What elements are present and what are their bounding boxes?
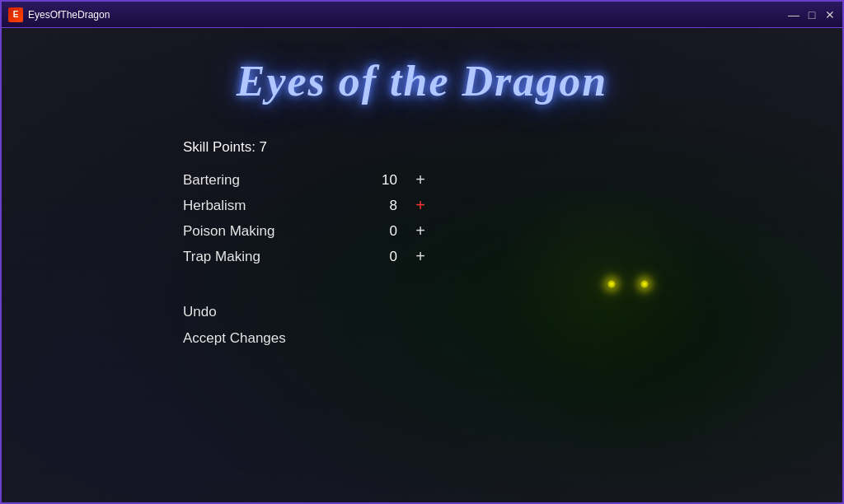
skill-name-herbalism: Herbalism <box>183 198 348 214</box>
skill-row-herbalism: Herbalism 8 + <box>183 196 430 215</box>
dragon-eye-right <box>640 280 649 288</box>
skill-plus-bartering[interactable]: + <box>397 170 430 189</box>
window-title: EyesOfTheDragon <box>28 9 788 21</box>
skill-name-bartering: Bartering <box>183 172 348 189</box>
skill-row-bartering: Bartering 10 + <box>183 170 430 189</box>
skill-name-poison-making: Poison Making <box>183 223 348 240</box>
app-window: E EyesOfTheDragon — □ ✕ Eyes of the Drag… <box>0 0 844 504</box>
actions-panel: Undo Accept Changes <box>183 304 286 357</box>
skill-plus-poison-making[interactable]: + <box>397 222 430 240</box>
skill-name-trap-making: Trap Making <box>183 249 348 265</box>
main-content: Eyes of the Dragon Skill Points: 7 Barte… <box>2 28 842 502</box>
undo-button[interactable]: Undo <box>183 304 286 320</box>
skill-row-poison-making: Poison Making 0 + <box>183 222 430 240</box>
skill-value-bartering: 10 <box>348 172 397 189</box>
skills-panel: Skill Points: 7 Bartering 10 + Herbalism… <box>183 139 430 273</box>
skill-plus-trap-making[interactable]: + <box>397 247 430 266</box>
skill-value-trap-making: 0 <box>348 249 397 265</box>
dragon-background <box>480 189 793 469</box>
app-icon: E <box>8 7 23 22</box>
game-title: Eyes of the Dragon <box>237 57 608 105</box>
dragon-eye-left <box>607 280 616 288</box>
accept-changes-button[interactable]: Accept Changes <box>183 330 286 347</box>
skill-value-herbalism: 8 <box>348 198 397 214</box>
skill-row-trap-making: Trap Making 0 + <box>183 247 430 266</box>
skill-plus-herbalism[interactable]: + <box>397 196 430 215</box>
skill-points-row: Skill Points: 7 <box>183 139 430 156</box>
titlebar: E EyesOfTheDragon — □ ✕ <box>2 2 842 28</box>
dragon-eyes <box>607 280 649 288</box>
skill-points-label: Skill Points: 7 <box>183 139 267 155</box>
maximize-button[interactable]: □ <box>806 9 818 21</box>
window-controls: — □ ✕ <box>788 9 836 21</box>
close-button[interactable]: ✕ <box>824 9 836 21</box>
minimize-button[interactable]: — <box>788 9 799 21</box>
skill-value-poison-making: 0 <box>348 223 397 240</box>
